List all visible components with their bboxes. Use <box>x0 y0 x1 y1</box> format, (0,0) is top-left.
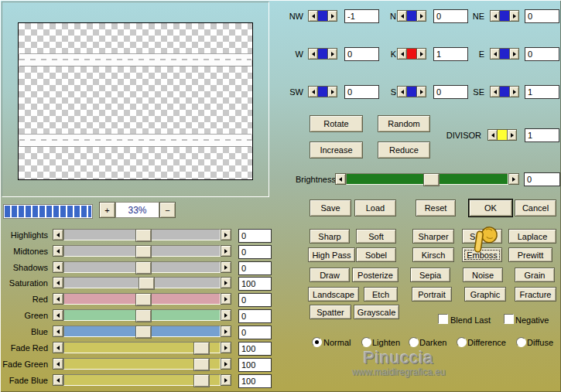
ok-button[interactable]: OK <box>469 199 512 216</box>
brightness-left-arrow[interactable] <box>335 173 346 185</box>
preset-highpass-button[interactable]: High Pass <box>308 247 355 262</box>
spin-right-arrow[interactable] <box>509 86 519 97</box>
increase-button[interactable]: Increase <box>310 141 363 159</box>
preset-fracture-button[interactable]: Fracture <box>515 287 556 302</box>
cancel-button[interactable]: Cancel <box>515 199 556 216</box>
preview-canvas[interactable] <box>18 22 253 180</box>
preset-sepia-button[interactable]: Sepia <box>410 268 450 282</box>
slider-left-arrow[interactable] <box>53 358 63 370</box>
blend-last-checkbox[interactable] <box>438 314 448 324</box>
slider-highlights-track[interactable] <box>63 229 221 240</box>
preset-graphic-button[interactable]: Graphic <box>464 287 506 302</box>
spin-left-arrow[interactable] <box>308 10 318 22</box>
slider-thumb[interactable] <box>136 310 151 322</box>
slider-right-arrow[interactable] <box>221 309 231 321</box>
kernel-n-spinner[interactable] <box>397 10 426 22</box>
spin-right-arrow[interactable] <box>416 86 426 97</box>
kernel-ne-value[interactable]: 0 <box>525 9 559 23</box>
preset-sharper-button[interactable]: Sharper <box>412 229 454 244</box>
spin-right-arrow[interactable] <box>327 10 337 22</box>
slider-right-arrow[interactable] <box>221 245 231 257</box>
save-button[interactable]: Save <box>310 199 351 216</box>
negative-checkbox[interactable] <box>504 314 514 324</box>
slider-thumb[interactable] <box>136 294 151 305</box>
slider-right-arrow[interactable] <box>221 358 231 370</box>
slider-thumb[interactable] <box>136 230 151 241</box>
slider-right-arrow[interactable] <box>221 293 231 305</box>
preset-kirsch-button[interactable]: Kirsch <box>412 247 454 262</box>
zoom-in-button[interactable]: + <box>99 202 115 218</box>
slider-thumb[interactable] <box>194 359 209 370</box>
preset-emboss-button[interactable]: Emboss <box>462 247 502 262</box>
slider-fade-red-value[interactable]: 100 <box>238 342 272 356</box>
kernel-ne-spinner[interactable] <box>490 10 519 22</box>
radio-diffuse[interactable] <box>516 337 526 347</box>
kernel-sw-spinner[interactable] <box>308 86 337 97</box>
slider-thumb[interactable] <box>194 343 209 354</box>
preset-sobel-button[interactable]: Sobel <box>356 247 396 262</box>
preset-grain-button[interactable]: Grain <box>515 268 555 282</box>
preset-soft-button[interactable]: Soft <box>356 229 396 244</box>
spin-right-arrow[interactable] <box>509 48 519 60</box>
kernel-w-spinner[interactable] <box>308 48 337 60</box>
slider-left-arrow[interactable] <box>53 374 63 386</box>
slider-left-arrow[interactable] <box>53 261 63 273</box>
zoom-out-button[interactable]: − <box>159 202 176 218</box>
preset-laplace-button[interactable]: Laplace <box>508 229 556 244</box>
slider-right-arrow[interactable] <box>221 277 231 288</box>
kernel-k-spinner[interactable] <box>397 48 426 60</box>
slider-fade-blue-value[interactable]: 100 <box>238 374 272 388</box>
spin-left-arrow[interactable] <box>308 86 318 97</box>
radio-normal[interactable] <box>312 337 322 347</box>
brightness-track[interactable] <box>346 173 508 185</box>
preset-noise-button[interactable]: Noise <box>463 268 503 282</box>
random-button[interactable]: Random <box>378 115 430 132</box>
preset-sharp-button[interactable]: Sharp <box>310 229 350 244</box>
rotate-button[interactable]: Rotate <box>310 115 363 132</box>
slider-right-arrow[interactable] <box>221 342 231 353</box>
preset-prewitt-button[interactable]: Prewitt <box>508 247 552 262</box>
spin-right-arrow[interactable] <box>327 48 337 60</box>
spin-left-arrow[interactable] <box>397 48 407 60</box>
slider-left-arrow[interactable] <box>53 229 63 240</box>
slider-blue-value[interactable]: 0 <box>238 326 272 339</box>
spin-right-arrow[interactable] <box>509 10 519 22</box>
preset-soften-button[interactable]: Soften <box>462 229 502 244</box>
preset-posterize-button[interactable]: Posterize <box>352 268 399 282</box>
slider-thumb[interactable] <box>139 278 154 289</box>
preset-landscape-button[interactable]: Landscape <box>308 287 359 302</box>
preset-grayscale-button[interactable]: Grayscale <box>354 305 399 319</box>
slider-left-arrow[interactable] <box>53 277 63 288</box>
preset-etch-button[interactable]: Etch <box>364 287 398 302</box>
load-button[interactable]: Load <box>354 199 396 216</box>
slider-left-arrow[interactable] <box>53 326 63 337</box>
slider-red-value[interactable]: 0 <box>238 293 272 307</box>
slider-left-arrow[interactable] <box>53 245 63 257</box>
spin-left-arrow[interactable] <box>487 129 498 141</box>
spin-left-arrow[interactable] <box>397 86 407 97</box>
slider-red-track[interactable] <box>63 293 221 305</box>
slider-green-track[interactable] <box>63 309 221 321</box>
slider-left-arrow[interactable] <box>53 293 63 305</box>
radio-darken[interactable] <box>409 337 419 347</box>
slider-right-arrow[interactable] <box>221 261 231 273</box>
spin-right-arrow[interactable] <box>416 48 426 60</box>
slider-thumb[interactable] <box>136 262 151 274</box>
slider-fade-green-track[interactable] <box>63 358 221 370</box>
brightness-thumb[interactable] <box>424 174 439 186</box>
preset-draw-button[interactable]: Draw <box>310 268 350 282</box>
slider-fade-blue-track[interactable] <box>63 374 221 386</box>
spin-left-arrow[interactable] <box>308 48 318 60</box>
slider-thumb[interactable] <box>136 246 151 257</box>
slider-fade-red-track[interactable] <box>63 342 221 353</box>
slider-fade-green-value[interactable]: 100 <box>238 358 272 372</box>
spin-left-arrow[interactable] <box>490 86 500 97</box>
slider-thumb[interactable] <box>136 326 151 338</box>
slider-blue-track[interactable] <box>63 326 221 337</box>
preset-spatter-button[interactable]: Spatter <box>310 305 351 319</box>
slider-saturation-track[interactable] <box>63 277 221 288</box>
slider-shadows-value[interactable]: 0 <box>238 261 272 275</box>
slider-green-value[interactable]: 0 <box>238 309 272 323</box>
reset-button[interactable]: Reset <box>416 199 456 216</box>
kernel-nw-spinner[interactable] <box>308 10 337 22</box>
